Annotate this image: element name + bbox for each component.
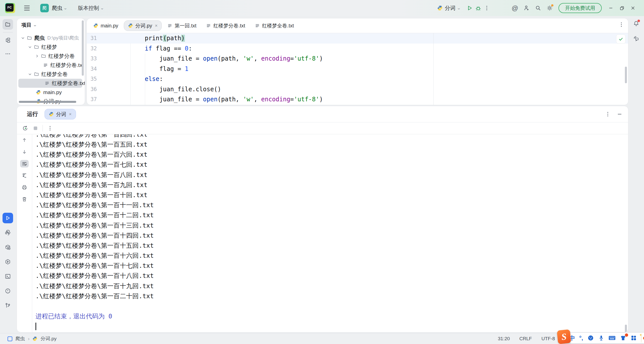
console-scrollbar[interactable]: [625, 325, 627, 332]
run-config-selector[interactable]: 分词 ⌄: [437, 5, 460, 12]
console-caret-row[interactable]: [35, 321, 621, 331]
tree-item-label: 红楼梦分卷: [48, 53, 75, 60]
tree-horizontal-scrollbar[interactable]: [19, 101, 76, 103]
tree-item[interactable]: 红楼梦: [17, 42, 85, 52]
editor-tab[interactable]: main.py: [89, 21, 122, 31]
line-ending[interactable]: CRLF: [519, 336, 532, 341]
notification-dot: [637, 20, 640, 22]
rerun-button[interactable]: [22, 125, 28, 132]
next-occurrence-icon[interactable]: [20, 148, 29, 156]
console-output[interactable]: .\红楼梦\红楼梦分卷\第一百四回.txt.\红楼梦\红楼梦分卷\第一百五回.t…: [35, 134, 621, 331]
tab-label: 分词.py: [135, 22, 152, 29]
tree-item[interactable]: 爬虫D:\py项目\爬虫: [17, 33, 85, 42]
ai-assistant-icon[interactable]: @: [511, 4, 519, 12]
inspections-ok-widget[interactable]: [616, 34, 626, 44]
ime-skin-icon[interactable]: [620, 335, 626, 341]
close-button[interactable]: [627, 3, 638, 13]
print-icon[interactable]: [20, 184, 29, 191]
sogou-logo-icon[interactable]: S: [557, 329, 571, 344]
version-control-tool-icon[interactable]: [3, 300, 13, 311]
tree-item[interactable]: 红楼梦全卷: [17, 70, 85, 79]
tab-list-more-icon[interactable]: [619, 22, 624, 27]
project-badge-icon[interactable]: 爬: [40, 4, 49, 12]
breadcrumb-file[interactable]: 分词.py: [41, 335, 56, 342]
tree-item-path: D:\py项目\爬虫: [47, 35, 79, 41]
tree-item[interactable]: 红楼梦全卷.txt: [18, 79, 82, 88]
close-icon[interactable]: ×: [69, 112, 72, 117]
line-number[interactable]: 35: [87, 74, 97, 84]
debug-button[interactable]: [474, 4, 482, 12]
restore-button[interactable]: [616, 3, 627, 13]
main-menu-icon[interactable]: [24, 6, 30, 11]
code-text: juan_file.close(): [116, 84, 221, 95]
run-button[interactable]: [465, 4, 474, 12]
minimize-button[interactable]: [605, 3, 616, 13]
stop-button[interactable]: [33, 126, 38, 131]
indent-guide: [145, 54, 145, 105]
ime-voice-icon[interactable]: [598, 335, 604, 341]
pycharm-logo-icon: PC: [5, 3, 15, 13]
breadcrumb-project[interactable]: 爬虫: [15, 335, 25, 342]
start-free-trial-button[interactable]: 开始免费试用: [558, 3, 602, 13]
structure-tool-icon[interactable]: [3, 35, 13, 46]
ai-chat-icon[interactable]: [631, 33, 641, 44]
line-number[interactable]: 37: [87, 94, 97, 105]
editor-tab[interactable]: 红楼梦分卷.txt: [202, 21, 249, 31]
editor-scrollbar[interactable]: [625, 67, 627, 83]
hide-panel-icon[interactable]: [617, 112, 622, 117]
code-with-me-icon[interactable]: [522, 4, 531, 12]
line-number[interactable]: 34: [87, 64, 97, 74]
editor-tab[interactable]: 红楼梦全卷.txt: [251, 21, 298, 31]
more-tools-icon[interactable]: [3, 49, 13, 59]
file-encoding[interactable]: UTF-8: [541, 336, 555, 341]
settings-gear-icon[interactable]: [545, 4, 554, 12]
editor-tab[interactable]: 第一回.txt: [163, 21, 200, 31]
ime-emoji-icon[interactable]: [587, 335, 594, 341]
project-widget[interactable]: 爬虫 ⌄: [52, 5, 67, 12]
caret-position[interactable]: 31:20: [498, 336, 510, 341]
close-icon[interactable]: ×: [155, 23, 158, 28]
problems-tool-icon[interactable]: [3, 286, 13, 296]
run-tool-icon[interactable]: [3, 213, 13, 223]
tree-vertical-scrollbar[interactable]: [82, 20, 84, 76]
project-tool-icon[interactable]: [3, 19, 13, 30]
notification-dot: [625, 333, 628, 337]
tree-item[interactable]: 红楼梦分卷: [17, 52, 85, 61]
editor-panel: main.py分词.py×第一回.txt红楼梦分卷.txt红楼梦全卷.txt 3…: [87, 18, 628, 105]
search-everywhere-icon[interactable]: [534, 4, 542, 12]
vcs-widget[interactable]: 版本控制 ⌄: [78, 5, 104, 12]
ime-sticker-icon[interactable]: ✦: [641, 333, 641, 343]
line-number[interactable]: 36: [87, 84, 97, 95]
console-line: .\红楼梦\红楼梦分卷\第一百七回.txt: [35, 160, 621, 170]
prev-occurrence-icon[interactable]: [20, 136, 29, 144]
tree-item-label: 红楼梦全卷: [41, 71, 68, 78]
ime-toolbox-icon[interactable]: [631, 335, 637, 341]
ime-keyboard-icon[interactable]: [609, 335, 616, 341]
line-number[interactable]: 31: [87, 33, 97, 44]
services-tool-icon[interactable]: [3, 256, 13, 267]
project-panel-header[interactable]: 项目 ⌄: [17, 18, 85, 31]
more-actions-icon[interactable]: [482, 4, 491, 12]
scroll-to-end-icon[interactable]: [20, 172, 29, 179]
clear-console-icon[interactable]: [20, 195, 29, 203]
ime-punctuation[interactable]: °,: [579, 335, 583, 341]
python-console-tool-icon[interactable]: [3, 227, 13, 238]
tab-label: 红楼梦分卷.txt: [213, 22, 245, 29]
code-line: 31 print(path): [87, 33, 628, 44]
notifications-bell-icon[interactable]: [631, 18, 641, 29]
python-icon: [32, 336, 37, 341]
run-panel-options-icon[interactable]: [605, 111, 611, 117]
terminal-tool-icon[interactable]: [3, 271, 13, 282]
console-more-icon[interactable]: [47, 125, 53, 131]
tree-item[interactable]: 红楼梦分卷.txt: [17, 61, 85, 70]
run-tab[interactable]: 分词 ×: [45, 109, 76, 119]
tree-item[interactable]: main.py: [17, 88, 85, 97]
editor-tab[interactable]: 分词.py×: [124, 20, 162, 31]
console-line: .\红楼梦\红楼梦分卷\第一百十六回.txt: [35, 251, 621, 261]
python-packages-tool-icon[interactable]: [3, 242, 13, 252]
line-number[interactable]: 33: [87, 54, 97, 64]
soft-wrap-icon[interactable]: [20, 160, 29, 167]
line-number[interactable]: 32: [87, 44, 97, 54]
code-editor[interactable]: 31 print(path)32 if flag == 0:33 juan_fi…: [87, 33, 628, 105]
console-line: .\红楼梦\红楼梦分卷\第一百十九回.txt: [35, 281, 621, 291]
